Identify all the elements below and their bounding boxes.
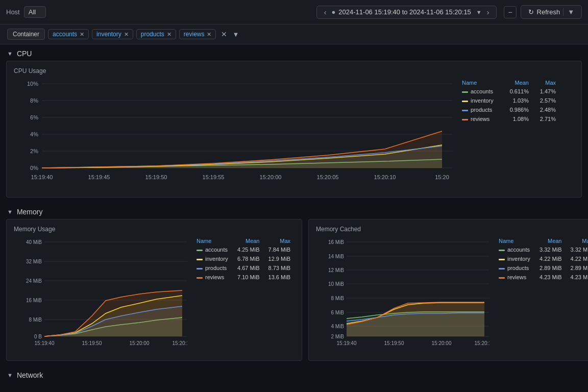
mem-cached-name-header: Name [495, 237, 535, 245]
mem-usage-legend-row: reviews 7.10 MiB 13.6 MiB [192, 273, 295, 282]
mem-cached-mean-header: Mean [535, 237, 566, 245]
mem-usage-legend-max: 7.84 MiB [264, 245, 295, 254]
mem-cached-legend-max: 3.32 MiB [566, 245, 589, 254]
memory-cached-legend: Name Mean Max accounts 3.32 MiB 3.32 MiB… [495, 237, 588, 282]
mem-cached-legend-mean: 3.32 MiB [535, 245, 566, 254]
cpu-legend-name: inventory [458, 96, 502, 105]
cpu-legend-row: inventory 1.03% 2.57% [458, 96, 560, 105]
svg-text:15:19:55: 15:19:55 [203, 174, 225, 180]
svg-text:0 B: 0 B [34, 334, 42, 339]
cpu-legend-table: Name Mean Max accounts 0.611% 1.47% inve… [458, 79, 560, 124]
cpu-section-title: CPU [17, 50, 32, 58]
svg-text:16 MiB: 16 MiB [26, 298, 42, 303]
mem-usage-legend-name: inventory [192, 254, 233, 263]
mem-usage-legend-mean: 4.67 MiB [233, 263, 263, 273]
refresh-button[interactable]: ↻ Refresh ▼ [521, 5, 582, 19]
filter-tag-reviews-remove[interactable]: ✕ [207, 31, 211, 38]
cpu-chart-title: CPU Usage [14, 67, 574, 75]
svg-text:8 MiB: 8 MiB [29, 317, 42, 323]
svg-text:4%: 4% [30, 131, 38, 137]
svg-text:15:20:05: 15:20:05 [317, 174, 339, 180]
memory-section-title: Memory [17, 208, 43, 216]
mem-cached-legend-name: accounts [495, 245, 535, 254]
filter-bar: Container accounts ✕ inventory ✕ product… [0, 24, 588, 44]
memory-cached-svg: 16 MiB 14 MiB 12 MiB 10 MiB 8 MiB 6 MiB … [316, 237, 489, 354]
svg-text:12 MiB: 12 MiB [328, 267, 344, 273]
svg-text:15:19:50: 15:19:50 [145, 174, 167, 180]
time-range-control: ‹ ● 2024-11-06 15:19:40 to 2024-11-06 15… [316, 6, 497, 19]
memory-usage-panel: Memory Usage 40 MiB 32 MiB 24 MiB 16 MiB… [6, 219, 302, 361]
mem-cached-legend-row: inventory 4.22 MiB 4.22 MiB [495, 254, 588, 263]
svg-text:15:19:50: 15:19:50 [82, 340, 102, 346]
memory-usage-title: Memory Usage [14, 226, 295, 233]
svg-text:15:20:00: 15:20:00 [130, 340, 150, 346]
svg-text:15:19:40: 15:19:40 [337, 340, 357, 346]
time-prev-button[interactable]: ‹ [322, 8, 329, 16]
cpu-chart-container: 10% 8% 6% 4% 2% 0% 15:19:40 15:19:45 15:… [14, 79, 574, 191]
host-controls: Host All [6, 6, 46, 18]
time-range-label: 2024-11-06 15:19:40 to 2024-11-06 15:20:… [338, 8, 471, 16]
cpu-legend-max: 1.47% [533, 87, 560, 96]
mem-cached-legend-mean: 4.23 MiB [535, 273, 566, 282]
filter-tag-products-remove[interactable]: ✕ [167, 31, 172, 38]
filter-tag-inventory-remove[interactable]: ✕ [124, 31, 129, 38]
svg-text:0%: 0% [30, 165, 38, 171]
mem-cached-legend-row: products 2.89 MiB 2.89 MiB [495, 263, 588, 273]
mem-cached-legend-row: reviews 4.23 MiB 4.23 MiB [495, 273, 588, 282]
cpu-legend-name-header: Name [458, 79, 502, 87]
memory-usage-legend: Name Mean Max accounts 4.25 MiB 7.84 MiB… [192, 237, 295, 282]
cpu-legend-max: 2.57% [533, 96, 560, 105]
svg-text:15:20:10: 15:20:10 [173, 340, 187, 346]
svg-text:14 MiB: 14 MiB [328, 254, 344, 259]
memory-cached-title: Memory Cached [316, 226, 588, 233]
filter-tag-reviews-label: reviews [184, 31, 205, 38]
cpu-legend-row: reviews 1.08% 2.71% [458, 114, 560, 124]
filter-dropdown-button[interactable]: ▼ [232, 31, 239, 38]
refresh-label: Refresh [537, 8, 560, 16]
filter-clear-button[interactable]: ✕ [219, 30, 229, 38]
refresh-dropdown-icon: ▼ [563, 8, 574, 16]
mem-cached-legend-mean: 4.22 MiB [535, 254, 566, 263]
svg-text:15:20:00: 15:20:00 [260, 174, 282, 180]
mem-usage-legend-mean: 4.25 MiB [233, 245, 263, 254]
mem-usage-name-header: Name [192, 237, 233, 245]
svg-text:15:20: 15:20 [435, 174, 449, 180]
cpu-legend-mean: 0.986% [502, 105, 533, 114]
memory-section: ▼ Memory Memory Usage 40 MiB 32 MiB 24 [0, 203, 588, 361]
refresh-icon: ↻ [528, 8, 534, 16]
memory-section-header[interactable]: ▼ Memory [0, 203, 588, 219]
filter-tag-products: products ✕ [136, 29, 176, 39]
clock-icon: ● [331, 8, 335, 16]
network-section: ▼ Network [0, 366, 588, 382]
network-section-title: Network [17, 371, 43, 379]
mem-usage-legend-mean: 7.10 MiB [233, 273, 263, 282]
cpu-legend-name: accounts [458, 87, 502, 96]
filter-tag-accounts: accounts ✕ [48, 29, 89, 39]
mem-usage-legend-name: accounts [192, 245, 233, 254]
mem-usage-max-header: Max [264, 237, 295, 245]
mem-usage-legend-name: products [192, 263, 233, 273]
svg-text:8 MiB: 8 MiB [331, 296, 344, 301]
svg-text:16 MiB: 16 MiB [328, 239, 344, 245]
filter-tag-products-label: products [141, 31, 164, 38]
cpu-chart-svg: 10% 8% 6% 4% 2% 0% 15:19:40 15:19:45 15:… [14, 79, 453, 191]
filter-tag-inventory-label: inventory [96, 31, 121, 38]
cpu-legend-row: accounts 0.611% 1.47% [458, 87, 560, 96]
svg-text:8%: 8% [30, 97, 38, 104]
zoom-out-button[interactable]: − [504, 6, 516, 18]
svg-text:6%: 6% [30, 114, 38, 120]
mem-cached-legend-row: accounts 3.32 MiB 3.32 MiB [495, 245, 588, 254]
svg-text:24 MiB: 24 MiB [26, 278, 42, 284]
svg-text:6 MiB: 6 MiB [331, 310, 344, 315]
time-next-button[interactable]: › [485, 8, 492, 16]
network-section-header[interactable]: ▼ Network [0, 366, 588, 382]
mem-cached-legend-mean: 2.89 MiB [535, 263, 566, 273]
host-select[interactable]: All [24, 6, 46, 18]
mem-cached-legend-max: 4.22 MiB [566, 254, 589, 263]
cpu-section-header[interactable]: ▼ CPU [0, 44, 588, 61]
svg-text:15:19:40: 15:19:40 [35, 340, 55, 346]
mem-usage-legend-max: 8.73 MiB [264, 263, 295, 273]
filter-tag-accounts-remove[interactable]: ✕ [80, 31, 84, 38]
cpu-legend-mean: 0.611% [502, 87, 533, 96]
container-filter-label: Container [7, 29, 45, 40]
